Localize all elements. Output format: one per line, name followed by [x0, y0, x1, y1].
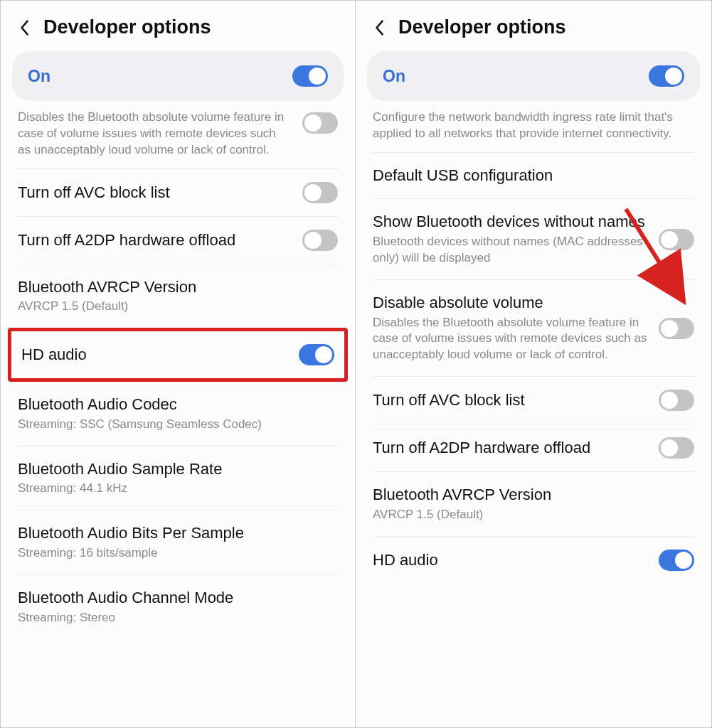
page-title: Developer options: [398, 16, 566, 38]
toggle-hd-audio[interactable]: [659, 550, 694, 571]
toggle-avc-block-list[interactable]: [659, 390, 694, 411]
row-subtitle: AVRCP 1.5 (Default): [373, 507, 683, 523]
row-avrcp-version[interactable]: Bluetooth AVRCP Version AVRCP 1.5 (Defau…: [356, 472, 711, 536]
highlight-hd-audio: HD audio: [8, 328, 348, 382]
master-toggle-label: On: [28, 67, 51, 86]
row-avrcp-version[interactable]: Bluetooth AVRCP Version AVRCP 1.5 (Defau…: [1, 264, 355, 328]
back-icon[interactable]: [373, 21, 386, 34]
master-toggle-switch[interactable]: [292, 65, 328, 87]
right-panel: Developer options On Configure the netwo…: [356, 0, 712, 728]
row-title: Turn off A2DP hardware offload: [18, 230, 291, 251]
row-avc-block-list[interactable]: Turn off AVC block list: [356, 377, 711, 424]
row-bt-sample-rate[interactable]: Bluetooth Audio Sample Rate Streaming: 4…: [1, 446, 355, 510]
row-title: HD audio: [21, 345, 287, 365]
toggle-a2dp-offload[interactable]: [302, 230, 338, 251]
row-a2dp-offload[interactable]: Turn off A2DP hardware offload: [1, 217, 355, 264]
back-icon[interactable]: [18, 21, 31, 34]
row-title: Show Bluetooth devices without names: [373, 212, 647, 232]
toggle-disable-absolute-volume[interactable]: [302, 112, 338, 134]
row-subtitle: AVRCP 1.5 (Default): [18, 299, 326, 315]
master-toggle-row[interactable]: On: [367, 51, 700, 101]
row-bt-audio-codec[interactable]: Bluetooth Audio Codec Streaming: SSC (Sa…: [1, 382, 355, 446]
toggle-bt-no-names[interactable]: [659, 229, 694, 250]
row-hd-audio[interactable]: HD audio: [356, 537, 711, 584]
row-title: Disable absolute volume: [373, 293, 647, 314]
row-subtitle: Bluetooth devices without names (MAC add…: [373, 234, 647, 267]
left-panel: Developer options On Disables the Blueto…: [0, 0, 356, 728]
master-toggle-row[interactable]: On: [12, 51, 344, 101]
partial-description: Disables the Bluetooth absolute volume f…: [18, 109, 302, 159]
toggle-disable-absolute-volume[interactable]: [659, 318, 694, 339]
row-subtitle: Streaming: SSC (Samsung Seamless Codec): [18, 417, 326, 433]
row-title: Bluetooth Audio Sample Rate: [18, 459, 326, 480]
row-title: Bluetooth Audio Codec: [18, 395, 326, 415]
row-title: Default USB configuration: [373, 166, 683, 186]
toggle-hd-audio[interactable]: [299, 344, 334, 365]
row-subtitle: Streaming: 44.1 kHz: [18, 481, 326, 497]
row-title: Turn off A2DP hardware offload: [373, 438, 647, 459]
toggle-avc-block-list[interactable]: [302, 182, 338, 203]
settings-list: Configure the network bandwidth ingress …: [356, 109, 711, 584]
row-subtitle: Streaming: 16 bits/sample: [18, 545, 326, 562]
row-title: Bluetooth AVRCP Version: [18, 277, 326, 298]
row-title: Turn off AVC block list: [18, 183, 291, 203]
settings-list: Disables the Bluetooth absolute volume f…: [1, 109, 355, 638]
row-bt-no-names[interactable]: Show Bluetooth devices without names Blu…: [356, 199, 711, 279]
row-title: HD audio: [373, 550, 647, 571]
partial-description: Configure the network bandwidth ingress …: [356, 109, 711, 152]
row-hd-audio[interactable]: HD audio: [11, 331, 344, 378]
row-title: Bluetooth Audio Channel Mode: [18, 588, 326, 609]
row-avc-block-list[interactable]: Turn off AVC block list: [1, 169, 355, 216]
toggle-a2dp-offload[interactable]: [659, 437, 694, 459]
partial-row-disable-absolute-volume: Disables the Bluetooth absolute volume f…: [1, 109, 355, 168]
row-subtitle: Disables the Bluetooth absolute volume f…: [373, 315, 647, 364]
header: Developer options: [356, 1, 711, 51]
row-disable-absolute-volume[interactable]: Disable absolute volume Disables the Blu…: [356, 280, 711, 376]
row-subtitle: Streaming: Stereo: [18, 610, 326, 626]
row-title: Bluetooth AVRCP Version: [373, 485, 683, 505]
row-title: Turn off AVC block list: [373, 390, 647, 411]
row-default-usb[interactable]: Default USB configuration: [356, 153, 711, 199]
page-title: Developer options: [43, 16, 211, 38]
header: Developer options: [1, 1, 355, 51]
master-toggle-switch[interactable]: [649, 65, 684, 87]
row-a2dp-offload[interactable]: Turn off A2DP hardware offload: [356, 424, 711, 471]
master-toggle-label: On: [383, 67, 405, 86]
row-title: Bluetooth Audio Bits Per Sample: [18, 523, 326, 544]
row-bt-channel-mode[interactable]: Bluetooth Audio Channel Mode Streaming: …: [1, 575, 355, 639]
row-bt-bits-sample[interactable]: Bluetooth Audio Bits Per Sample Streamin…: [1, 510, 355, 574]
